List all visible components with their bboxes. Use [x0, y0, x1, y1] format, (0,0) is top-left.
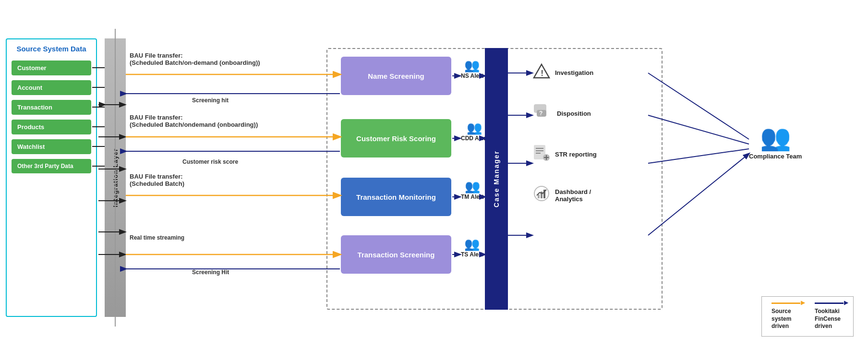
cdd-alert-label: CDD Alert [461, 135, 488, 142]
source-system-title: Source System Data [12, 44, 91, 54]
legend-box: Sourcesystemdriven TookitakiFinCensedriv… [761, 296, 854, 337]
legend-arrow-yellow [772, 303, 800, 304]
disposition-label: Disposition [557, 110, 591, 117]
investigation-label: Investigation [555, 69, 593, 76]
real-time-streaming-label: Real time streaming [130, 234, 184, 241]
dashboard-analytics-item: Dashboard / Analytics [533, 185, 597, 206]
bau2-label: BAU File transfer: (Scheduled Batch/onde… [130, 114, 258, 128]
compliance-team-label: Compliance Team [749, 153, 802, 160]
module-customer-risk-scoring: Customer Risk Scoring [341, 119, 451, 157]
module-transaction-screening: Transaction Screening [341, 235, 451, 274]
screening-hit1-label: Screening hit [192, 97, 229, 104]
compliance-team-icon: 👥 [749, 125, 802, 150]
svg-rect-7 [536, 150, 543, 151]
investigation-item: ! Investigation [533, 62, 597, 83]
legend-arrow-blue [815, 303, 844, 304]
source-item-watchlist: Watchlist [12, 139, 91, 154]
svg-rect-13 [538, 194, 540, 198]
integration-layer: Integration Layer [105, 38, 126, 317]
alert-tm: 👥 TM Alert [461, 180, 484, 200]
people-icon-tm: 👥 [465, 180, 480, 193]
dashboard-analytics-label: Dashboard / Analytics [555, 188, 591, 203]
str-reporting-icon [533, 144, 550, 165]
svg-line-48 [648, 73, 749, 139]
case-manager-box: Case Manager [485, 48, 508, 310]
svg-text:?: ? [539, 110, 542, 117]
svg-rect-8 [536, 153, 541, 154]
case-manager-label: Case Manager [493, 150, 500, 207]
customer-risk-score-label: Customer risk score [182, 158, 238, 165]
legend-source: Sourcesystemdriven [772, 303, 800, 330]
disposition-icon: ? [533, 103, 552, 124]
source-item-customer: Customer [12, 61, 91, 75]
module-name-screening: Name Screening [341, 57, 451, 95]
right-icons-container: ! Investigation ? Disposition [533, 62, 597, 206]
source-item-transaction: Transaction [12, 100, 91, 115]
str-reporting-item: STR reporting [533, 144, 597, 165]
investigation-icon: ! [533, 62, 550, 83]
bau3-label: BAU File transfer: (Scheduled Batch) [130, 173, 184, 187]
module-transaction-monitoring: Transaction Monitoring [341, 178, 451, 216]
ts-alert-label: TS Alert [461, 251, 483, 258]
source-system-box: Source System Data Customer Account Tran… [6, 38, 97, 317]
legend-tookitaki-text: TookitakiFinCensedriven [815, 308, 841, 330]
compliance-team: 👥 Compliance Team [749, 125, 802, 160]
svg-text:!: ! [541, 69, 543, 77]
diagram-container: Source System Data Customer Account Tran… [0, 0, 868, 351]
legend-source-text: Sourcesystemdriven [772, 308, 791, 330]
bau1-label: BAU File transfer: (Scheduled Batch/on-d… [130, 52, 260, 66]
source-item-products: Products [12, 120, 91, 134]
legend-tookitaki: TookitakiFinCensedriven [815, 303, 844, 330]
str-reporting-label: STR reporting [555, 151, 597, 158]
alert-ts: 👥 TS Alert [461, 238, 483, 258]
alert-ns: 👥 NS Alert [461, 59, 483, 79]
ns-alert-label: NS Alert [461, 73, 483, 79]
people-icon-ns: 👥 [464, 59, 480, 72]
source-item-other: Other 3rd Party Data [12, 159, 91, 173]
disposition-item: ? Disposition [533, 103, 597, 124]
people-icon-ts: 👥 [464, 238, 480, 250]
svg-line-49 [648, 115, 749, 144]
svg-line-51 [648, 154, 749, 235]
tm-alert-label: TM Alert [461, 194, 484, 200]
screening-hit2-label: Screening Hit [192, 269, 229, 276]
svg-line-50 [648, 149, 749, 163]
people-icon-cdd: 👥 [467, 121, 482, 134]
alert-cdd: 👥 CDD Alert [461, 121, 488, 142]
svg-rect-6 [536, 148, 543, 149]
dashboard-analytics-icon [533, 185, 550, 206]
integration-label: Integration Layer [112, 148, 119, 207]
source-item-account: Account [12, 80, 91, 95]
